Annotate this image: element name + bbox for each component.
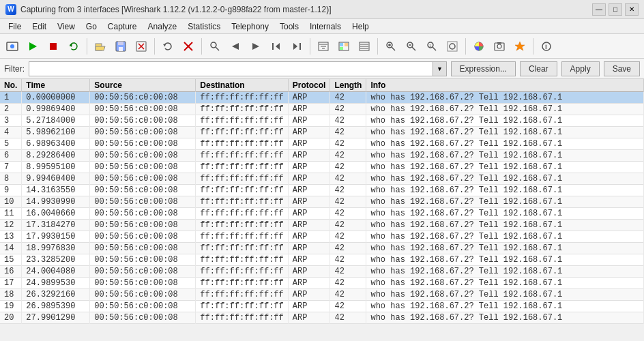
table-row[interactable]: 1014.993099000:50:56:c0:00:08ff:ff:ff:ff…	[0, 196, 644, 208]
cell-no: 9	[0, 185, 22, 196]
capture-interfaces-button[interactable]	[3, 37, 22, 56]
table-row[interactable]: 1523.328520000:50:56:c0:00:08ff:ff:ff:ff…	[0, 254, 644, 266]
close-file-button[interactable]	[132, 37, 151, 56]
table-row[interactable]: 2027.990129000:50:56:c0:00:08ff:ff:ff:ff…	[0, 312, 644, 324]
cell-len: 42	[330, 243, 366, 254]
table-row[interactable]: 1724.989953000:50:56:c0:00:08ff:ff:ff:ff…	[0, 278, 644, 289]
table-row[interactable]: 20.9986940000:50:56:c0:00:08ff:ff:ff:ff:…	[0, 104, 644, 115]
capture-stop-button[interactable]	[44, 37, 63, 56]
col-header-destination: Destination	[196, 79, 288, 92]
table-row[interactable]: 56.9896340000:50:56:c0:00:08ff:ff:ff:ff:…	[0, 138, 644, 150]
apply-filter-button[interactable]: Apply	[561, 61, 600, 76]
mark-packet-button[interactable]	[510, 37, 529, 56]
cell-len: 42	[330, 312, 366, 324]
table-row[interactable]: 1826.329216000:50:56:c0:00:08ff:ff:ff:ff…	[0, 289, 644, 301]
zoom-in-button[interactable]	[381, 37, 400, 56]
minimize-button[interactable]: —	[592, 3, 606, 16]
find-button[interactable]	[205, 37, 224, 56]
menu-go[interactable]: Go	[80, 20, 102, 33]
cell-src: 00:50:56:c0:00:08	[90, 243, 196, 254]
svg-point-50	[497, 44, 501, 48]
table-row[interactable]: 1926.989539000:50:56:c0:00:08ff:ff:ff:ff…	[0, 301, 644, 312]
table-row[interactable]: 1116.004066000:50:56:c0:00:08ff:ff:ff:ff…	[0, 208, 644, 220]
save-filter-button[interactable]: Save	[604, 61, 640, 76]
cell-dst: ff:ff:ff:ff:ff:ff	[196, 138, 288, 150]
cell-len: 42	[330, 127, 366, 138]
zoom-normal-button[interactable]: 1	[422, 37, 441, 56]
display-filter-btn3[interactable]	[355, 37, 374, 56]
zoom-fit-button[interactable]	[443, 37, 462, 56]
colorize-button[interactable]	[469, 37, 488, 56]
filter-dropdown-button[interactable]: ▼	[433, 61, 446, 76]
filter-input[interactable]	[29, 61, 433, 76]
zoom-out-button[interactable]	[402, 37, 421, 56]
go-last-button[interactable]	[287, 37, 306, 56]
table-row[interactable]: 10.0000000000:50:56:c0:00:08ff:ff:ff:ff:…	[0, 92, 644, 104]
menu-internals[interactable]: Internals	[304, 20, 347, 33]
table-row[interactable]: 1624.000408000:50:56:c0:00:08ff:ff:ff:ff…	[0, 266, 644, 278]
cell-dst: ff:ff:ff:ff:ff:ff	[196, 220, 288, 231]
menu-statistics[interactable]: Statistics	[182, 20, 226, 33]
cell-dst: ff:ff:ff:ff:ff:ff	[196, 115, 288, 127]
cell-dst: ff:ff:ff:ff:ff:ff	[196, 92, 288, 104]
capture-snap-button[interactable]	[490, 37, 509, 56]
table-row[interactable]: 89.9946040000:50:56:c0:00:08ff:ff:ff:ff:…	[0, 173, 644, 185]
table-row[interactable]: 1317.993015000:50:56:c0:00:08ff:ff:ff:ff…	[0, 231, 644, 243]
cell-time: 0.99869400	[22, 104, 90, 115]
cell-len: 42	[330, 254, 366, 266]
table-header-row: No. Time Source Destination Protocol Len…	[0, 79, 644, 92]
cell-src: 00:50:56:c0:00:08	[90, 289, 196, 301]
go-prev-button[interactable]	[226, 37, 245, 56]
cell-info: who has 192.168.67.2? Tell 192.168.67.1	[366, 173, 644, 185]
cell-info: who has 192.168.67.2? Tell 192.168.67.1	[366, 243, 644, 254]
table-row[interactable]: 45.9896210000:50:56:c0:00:08ff:ff:ff:ff:…	[0, 127, 644, 138]
capture-start-button[interactable]	[23, 37, 42, 56]
cell-src: 00:50:56:c0:00:08	[90, 254, 196, 266]
cell-time: 24.9899530	[22, 278, 90, 289]
cell-info: who has 192.168.67.2? Tell 192.168.67.1	[366, 196, 644, 208]
cell-info: who has 192.168.67.2? Tell 192.168.67.1	[366, 301, 644, 312]
clear-button[interactable]	[179, 37, 198, 56]
menu-help[interactable]: Help	[347, 20, 375, 33]
menu-edit[interactable]: Edit	[27, 20, 52, 33]
cell-time: 6.98963400	[22, 138, 90, 150]
go-next-button[interactable]	[246, 37, 265, 56]
menu-view[interactable]: View	[52, 20, 80, 33]
expression-button[interactable]: Expression...	[451, 61, 516, 76]
expert-info-button[interactable]: i	[537, 37, 556, 56]
save-file-button[interactable]	[111, 37, 130, 56]
cell-no: 13	[0, 231, 22, 243]
table-row[interactable]: 914.316355000:50:56:c0:00:08ff:ff:ff:ff:…	[0, 185, 644, 196]
maximize-button[interactable]: □	[609, 3, 622, 16]
cell-dst: ff:ff:ff:ff:ff:ff	[196, 289, 288, 301]
menu-capture[interactable]: Capture	[102, 20, 143, 33]
svg-line-16	[216, 47, 219, 50]
cell-src: 00:50:56:c0:00:08	[90, 220, 196, 231]
table-row[interactable]: 68.2928640000:50:56:c0:00:08ff:ff:ff:ff:…	[0, 150, 644, 162]
close-button[interactable]: ✕	[625, 3, 639, 16]
table-row[interactable]: 1418.997683000:50:56:c0:00:08ff:ff:ff:ff…	[0, 243, 644, 254]
cell-time: 18.9976830	[22, 243, 90, 254]
cell-no: 12	[0, 220, 22, 231]
cell-info: who has 192.168.67.2? Tell 192.168.67.1	[366, 127, 644, 138]
menu-analyze[interactable]: Analyze	[143, 20, 183, 33]
reload-button[interactable]	[158, 37, 177, 56]
cell-time: 8.29286400	[22, 150, 90, 162]
display-filter-btn2[interactable]	[334, 37, 353, 56]
cell-dst: ff:ff:ff:ff:ff:ff	[196, 266, 288, 278]
clear-filter-button[interactable]: Clear	[520, 61, 557, 76]
svg-rect-45	[448, 42, 457, 51]
display-filter-btn1[interactable]	[314, 37, 333, 56]
capture-restart-button[interactable]	[64, 37, 83, 56]
menu-telephony[interactable]: Telephony	[226, 20, 274, 33]
go-first-button[interactable]	[267, 37, 286, 56]
table-row[interactable]: 78.9959510000:50:56:c0:00:08ff:ff:ff:ff:…	[0, 162, 644, 173]
cell-src: 00:50:56:c0:00:08	[90, 312, 196, 324]
menu-file[interactable]: File	[3, 20, 27, 33]
cell-dst: ff:ff:ff:ff:ff:ff	[196, 104, 288, 115]
menu-tools[interactable]: Tools	[274, 20, 304, 33]
open-file-button[interactable]	[91, 37, 110, 56]
cell-proto: ARP	[288, 266, 330, 278]
table-row[interactable]: 1217.318427000:50:56:c0:00:08ff:ff:ff:ff…	[0, 220, 644, 231]
table-row[interactable]: 35.2718400000:50:56:c0:00:08ff:ff:ff:ff:…	[0, 115, 644, 127]
